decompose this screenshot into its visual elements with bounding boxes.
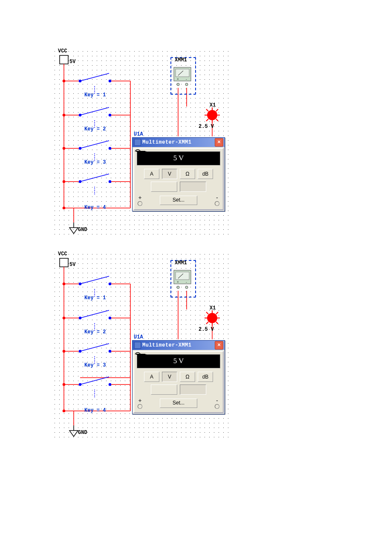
- mode-volt-button[interactable]: V: [162, 169, 177, 179]
- dc-button[interactable]: [180, 384, 206, 395]
- minus-jack: [215, 404, 219, 409]
- svg-point-28: [79, 114, 81, 116]
- svg-point-74: [63, 317, 65, 319]
- dc-button[interactable]: [180, 182, 206, 192]
- multimeter-reading: 5 V: [137, 151, 220, 165]
- key3-label: Key = 3: [84, 362, 106, 368]
- svg-point-47: [207, 110, 217, 120]
- svg-point-86: [109, 317, 111, 319]
- plus-label: +: [138, 194, 142, 201]
- gnd-label: GND: [78, 430, 87, 436]
- svg-point-83: [109, 283, 111, 285]
- svg-line-112: [216, 312, 218, 314]
- mode-row: A V Ω dB: [137, 372, 220, 382]
- mode-volt-button[interactable]: V: [162, 372, 177, 382]
- multimeter-body: 5 V A V Ω dB +: [133, 351, 224, 413]
- mode-db-button[interactable]: dB: [198, 169, 213, 179]
- ac-button[interactable]: [151, 384, 177, 395]
- multimeter-titlebar[interactable]: Multimeter-XMM1 ×: [133, 341, 225, 350]
- probe-value: 2.5 V: [199, 124, 214, 130]
- svg-point-76: [63, 384, 65, 386]
- mode-db-button[interactable]: dB: [198, 372, 213, 382]
- svg-point-82: [79, 283, 81, 285]
- probe-label: X1: [210, 102, 216, 108]
- probe-label: X1: [210, 305, 216, 311]
- svg-line-27: [80, 107, 109, 115]
- svg-point-85: [79, 317, 81, 319]
- mode-ohm-button[interactable]: Ω: [180, 169, 195, 179]
- gate-label: U1A: [134, 131, 143, 137]
- gnd-label: GND: [78, 227, 87, 233]
- svg-point-92: [109, 384, 111, 386]
- circuit-block-1: + - VCC 5V GND: [50, 47, 229, 234]
- svg-point-88: [79, 350, 81, 353]
- svg-point-20: [63, 207, 65, 209]
- svg-point-39: [109, 181, 111, 183]
- svg-rect-57: [60, 258, 68, 267]
- circuit-block-2: + - VCC 5V GND Key = 1: [50, 250, 229, 437]
- svg-line-54: [206, 119, 208, 121]
- svg-line-37: [80, 174, 109, 182]
- svg-point-26: [109, 80, 111, 82]
- svg-point-75: [63, 350, 65, 353]
- settings-button[interactable]: Set...: [160, 399, 197, 408]
- multimeter-window[interactable]: Multimeter-XMM1 × 5 V A V Ω dB: [132, 340, 225, 414]
- svg-rect-0: [60, 55, 68, 64]
- settings-button[interactable]: Set...: [160, 196, 197, 205]
- app-icon: [134, 139, 141, 146]
- multimeter-titlebar[interactable]: Multimeter-XMM1 ×: [133, 138, 225, 147]
- mode-row: A V Ω dB: [137, 169, 220, 179]
- gate-label: U1A: [134, 334, 143, 340]
- mode-amp-button[interactable]: A: [144, 169, 159, 179]
- key2-label: Key = 2: [84, 126, 106, 132]
- svg-line-52: [206, 109, 208, 111]
- minus-label: -: [215, 194, 219, 201]
- svg-point-35: [79, 147, 81, 150]
- multimeter-window[interactable]: Multimeter-XMM1 × 5 V A V Ω dB: [132, 137, 225, 211]
- minus-jack: [215, 201, 219, 206]
- svg-point-17: [63, 114, 65, 116]
- probe-value: 2.5 V: [199, 327, 214, 332]
- multimeter-title: Multimeter-XMM1: [142, 139, 215, 145]
- mode-amp-button[interactable]: A: [144, 372, 159, 382]
- svg-point-36: [109, 147, 111, 150]
- xmm-label: XMM1: [175, 260, 187, 266]
- dc-line-icon: [134, 149, 147, 154]
- xmm-label: XMM1: [175, 57, 187, 63]
- vcc-label: VCC: [58, 251, 67, 257]
- key1-label: Key = 1: [84, 295, 106, 301]
- minus-label: -: [215, 397, 219, 404]
- svg-line-34: [80, 141, 109, 148]
- svg-line-111: [206, 322, 208, 324]
- plus-jack: [138, 404, 142, 409]
- plus-jack: [138, 201, 142, 206]
- close-button[interactable]: ×: [215, 341, 223, 350]
- svg-line-81: [80, 276, 109, 284]
- key2-label: Key = 2: [84, 329, 106, 335]
- svg-point-29: [109, 114, 111, 116]
- svg-point-25: [79, 80, 81, 82]
- key3-label: Key = 3: [84, 159, 106, 165]
- set-row: + Set... -: [137, 194, 220, 206]
- svg-point-77: [63, 410, 65, 412]
- multimeter-body: 5 V A V Ω dB +: [133, 148, 224, 210]
- mode-ohm-button[interactable]: Ω: [180, 372, 195, 382]
- ac-button[interactable]: [151, 182, 177, 192]
- svg-line-84: [80, 310, 109, 318]
- app-icon: [134, 342, 141, 349]
- multimeter-reading: 5 V: [137, 354, 220, 368]
- svg-point-91: [79, 384, 81, 386]
- svg-marker-2: [69, 228, 78, 234]
- vcc-label: VCC: [58, 48, 67, 54]
- svg-line-55: [216, 109, 218, 111]
- svg-point-16: [63, 80, 65, 82]
- svg-line-53: [216, 119, 218, 121]
- probe-x1-icon: [205, 107, 220, 123]
- probe-x1-icon: [205, 310, 220, 326]
- signal-row: [137, 182, 220, 192]
- dc-line-icon: [134, 352, 147, 357]
- svg-point-73: [63, 283, 65, 285]
- vcc-value: 5V: [69, 59, 75, 65]
- close-button[interactable]: ×: [215, 138, 223, 147]
- key4-label: Key = 4: [84, 408, 106, 413]
